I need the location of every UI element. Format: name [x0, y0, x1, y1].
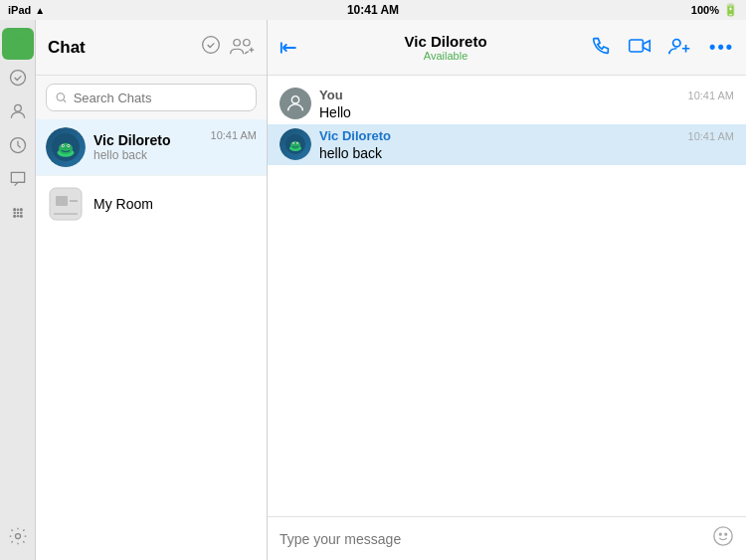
- chat-list-title: Chat: [48, 38, 86, 58]
- device-label: iPad: [8, 4, 31, 16]
- svg-point-38: [297, 143, 298, 144]
- message-2-content: Vic Diloreto 10:41 AM hello back: [319, 128, 734, 161]
- gator-icon: [52, 133, 80, 161]
- message-2-time: 10:41 AM: [688, 130, 734, 142]
- chat-list-items: Vic Diloreto hello back 10:41 AM My Room: [36, 119, 267, 560]
- svg-point-6: [13, 215, 16, 218]
- message-2-text: hello back: [319, 145, 734, 161]
- add-group-button[interactable]: [229, 36, 255, 60]
- svg-rect-26: [56, 196, 68, 206]
- icon-sidebar: [0, 20, 36, 560]
- sidebar-item-person[interactable]: [2, 95, 34, 127]
- search-bar[interactable]: [46, 84, 257, 111]
- app-container: Chat: [0, 20, 746, 560]
- check-button[interactable]: [201, 35, 221, 60]
- room-item-myroom[interactable]: My Room: [36, 176, 267, 232]
- status-time: 10:41 AM: [347, 3, 399, 17]
- vic-avatar: [46, 127, 86, 167]
- search-input[interactable]: [74, 91, 248, 105]
- chat-header: Vic Diloreto Available: [268, 20, 746, 76]
- video-icon: [628, 35, 652, 57]
- sidebar-item-grid[interactable]: [2, 197, 34, 229]
- more-button[interactable]: •••: [709, 37, 734, 58]
- video-button[interactable]: [628, 35, 652, 61]
- svg-point-4: [13, 208, 16, 211]
- add-person-icon: [667, 35, 693, 57]
- vic-msg-avatar-gator: [280, 128, 311, 160]
- gator-msg-icon: [285, 134, 305, 154]
- chat-area: Vic Diloreto Available: [268, 20, 746, 560]
- svg-point-17: [57, 93, 64, 100]
- search-container: [36, 76, 267, 119]
- message-2-sender: Vic Diloreto: [319, 128, 391, 143]
- gear-icon: [8, 526, 28, 546]
- svg-point-20: [59, 143, 73, 154]
- wifi-icon: ▲: [35, 5, 45, 16]
- svg-point-30: [673, 39, 680, 46]
- vic-msg-avatar: [280, 128, 311, 160]
- add-group-icon: [229, 36, 255, 56]
- chat-item-vic[interactable]: Vic Diloreto hello back 10:41 AM: [36, 119, 267, 176]
- chat-list-header: Chat: [36, 20, 267, 76]
- svg-point-16: [244, 39, 251, 46]
- message-row-1: You 10:41 AM Hello: [280, 88, 734, 120]
- svg-point-13: [15, 534, 20, 539]
- sidebar-item-home[interactable]: [2, 28, 34, 60]
- emoji-button[interactable]: [712, 525, 734, 552]
- svg-point-40: [719, 533, 721, 535]
- clock-icon: [8, 135, 28, 155]
- svg-point-1: [10, 71, 25, 86]
- message-row-2: Vic Diloreto 10:41 AM hello back: [268, 124, 746, 165]
- room-name: My Room: [93, 196, 153, 212]
- phone-button[interactable]: [590, 35, 612, 61]
- person-icon: [8, 101, 28, 121]
- message-2-meta: Vic Diloreto 10:41 AM: [319, 128, 734, 143]
- vic-preview: hello back: [93, 148, 203, 162]
- svg-point-24: [68, 145, 69, 146]
- svg-point-12: [16, 212, 19, 215]
- chat-bubble-icon: [8, 169, 28, 189]
- svg-point-41: [725, 533, 727, 535]
- svg-point-31: [291, 96, 298, 103]
- vic-name: Vic Diloreto: [93, 132, 203, 148]
- back-icon: [280, 37, 301, 59]
- sidebar-item-chat[interactable]: [2, 163, 34, 195]
- emoji-icon: [712, 525, 734, 547]
- message-1-time: 10:41 AM: [688, 90, 734, 101]
- chat-contact-name: Vic Diloreto: [309, 33, 582, 50]
- status-left: iPad ▲: [8, 4, 45, 16]
- sidebar-item-settings[interactable]: [2, 520, 34, 552]
- svg-point-14: [203, 37, 220, 54]
- message-1-text: Hello: [319, 104, 734, 120]
- gator-avatar: [46, 127, 86, 167]
- message-1-sender: You: [319, 88, 343, 102]
- svg-point-34: [290, 141, 300, 149]
- grid-icon: [8, 203, 28, 223]
- sidebar-item-check[interactable]: [2, 62, 34, 93]
- battery-icon: 🔋: [723, 3, 738, 17]
- svg-rect-29: [630, 40, 644, 52]
- svg-point-37: [293, 143, 294, 144]
- add-person-button[interactable]: [667, 35, 693, 61]
- chat-header-info: Vic Diloreto Available: [309, 33, 582, 62]
- chat-header-actions: •••: [590, 35, 734, 61]
- svg-point-15: [234, 39, 241, 46]
- back-button[interactable]: [280, 37, 301, 59]
- svg-point-10: [16, 208, 19, 211]
- header-icons: [201, 35, 255, 60]
- svg-point-11: [16, 215, 19, 218]
- message-input-area: [268, 516, 746, 560]
- flag-icon: [8, 34, 28, 54]
- phone-icon: [590, 35, 612, 57]
- message-input[interactable]: [280, 531, 704, 547]
- room-icon-svg: [48, 186, 84, 222]
- svg-rect-0: [10, 37, 12, 51]
- svg-point-9: [20, 212, 23, 215]
- svg-point-8: [13, 212, 16, 215]
- sidebar-item-clock[interactable]: [2, 129, 34, 161]
- message-1-meta: You 10:41 AM: [319, 88, 734, 102]
- person-silhouette-icon: [284, 93, 306, 114]
- vic-info: Vic Diloreto hello back: [93, 132, 203, 162]
- message-1-content: You 10:41 AM Hello: [319, 88, 734, 120]
- chat-contact-status: Available: [309, 50, 582, 62]
